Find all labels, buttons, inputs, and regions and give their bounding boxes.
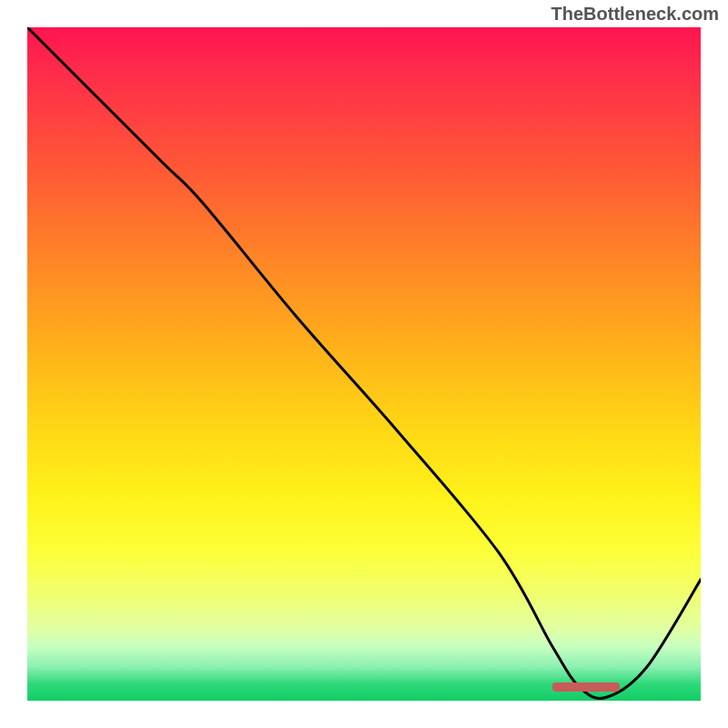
plot-area: [27, 27, 701, 701]
bottleneck-curve: [27, 27, 701, 701]
optimal-range-marker: [552, 682, 620, 692]
chart-container: TheBottleneck.com: [0, 0, 728, 728]
watermark-text: TheBottleneck.com: [551, 4, 719, 25]
